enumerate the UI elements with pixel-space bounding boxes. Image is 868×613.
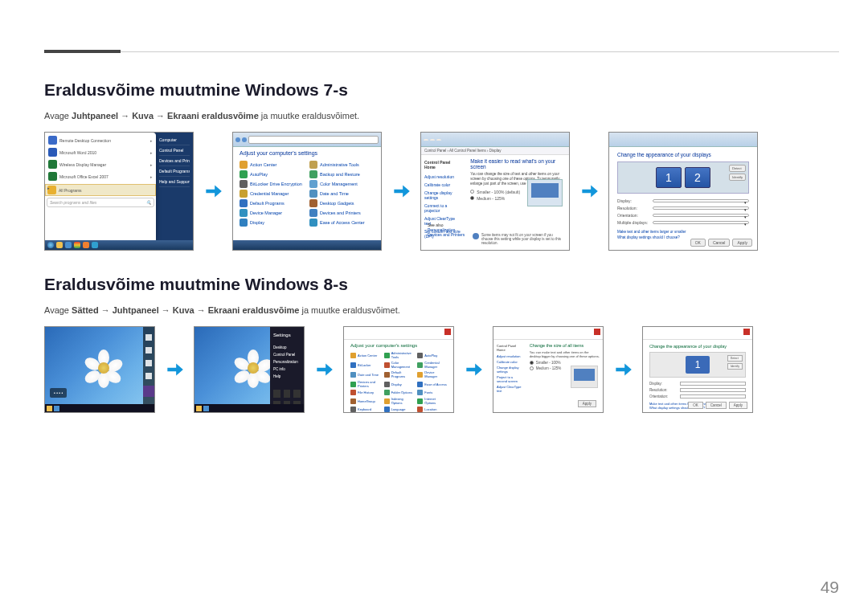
- start-menu-programs: Remote Desktop Connection▸Microsoft Word…: [45, 133, 156, 184]
- page-content: Eraldusvõime muutmine Windows 7-s Avage …: [44, 80, 839, 437]
- header-divider: [44, 51, 839, 52]
- arrow-right-icon: [390, 180, 412, 202]
- taskbar: [45, 240, 193, 250]
- win8-screenshot-desktop-charms: • • • •: [44, 326, 155, 413]
- section1-instruction: Avage Juhtpaneel→Kuva→Ekraani eraldusvõi…: [44, 111, 839, 121]
- win8-screenshot-settings-charm: Settings DesktopControl PanelPersonaliza…: [194, 326, 305, 413]
- win7-flow-row: ComputerControl PanelDevices and Printer…: [44, 132, 839, 251]
- start-search: Search programs and files🔍: [47, 198, 154, 207]
- control-panel-grid: Action CenterAdministrative ToolsAutoPla…: [233, 159, 381, 228]
- arrow-right-icon: [578, 180, 600, 202]
- win8-screenshot-display: Control Panel HomeAdjust resolutionCalib…: [493, 326, 604, 413]
- section2-instruction: Avage Sätted→Juhtpaneel→Kuva→Ekraani era…: [44, 305, 839, 315]
- arrow-right-icon: [163, 358, 186, 381]
- win7-screenshot-control-panel: Adjust your computer's settings Action C…: [232, 132, 382, 251]
- settings-panel: Settings DesktopControl PanelPersonaliza…: [270, 327, 304, 404]
- win7-screenshot-start-menu: ComputerControl PanelDevices and Printer…: [44, 132, 194, 251]
- charms-bar: [143, 327, 154, 404]
- time-overlay: • • • •: [50, 388, 67, 398]
- section1-heading: Eraldusvõime muutmine Windows 7-s: [44, 80, 839, 100]
- all-programs-item: ▸All Programs: [45, 184, 156, 196]
- header-accent-bar: [44, 50, 121, 53]
- arrow-right-icon: [202, 180, 224, 202]
- win7-screenshot-display: Control Panel › All Control Panel Items …: [420, 132, 570, 251]
- win8-flow-row: • • • • Settings DesktopControl PanelPer…: [44, 326, 839, 413]
- section2-heading: Eraldusvõime muutmine Windows 8-s: [44, 275, 839, 294]
- page-number: 49: [821, 578, 839, 597]
- win8-screenshot-control-panel: Adjust your computer's settings Action C…: [343, 326, 454, 413]
- cp-grid: Action CenterAdministrative ToolsAutoPla…: [350, 351, 447, 413]
- start-menu-right-panel: ComputerControl PanelDevices and Printer…: [156, 133, 193, 240]
- win7-screenshot-resolution: Change the appearance of your displays 1…: [608, 132, 758, 251]
- win8-screenshot-resolution: Change the appearance of your display 1D…: [642, 326, 753, 413]
- arrow-right-icon: [462, 358, 485, 381]
- arrow-right-icon: [313, 358, 335, 381]
- arrow-right-icon: [612, 358, 634, 381]
